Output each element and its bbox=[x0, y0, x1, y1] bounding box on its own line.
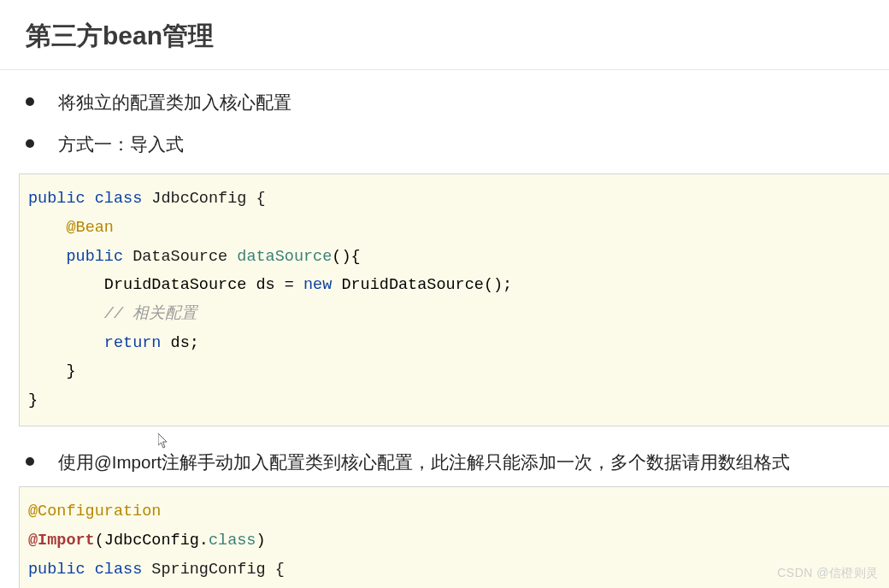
method-name: dataSource bbox=[237, 248, 332, 266]
annotation-bean: @Bean bbox=[66, 219, 114, 237]
bullet-text: 使用@Import注解手动加入配置类到核心配置，此注解只能添加一次，多个数据请用… bbox=[58, 450, 790, 475]
bullet-icon bbox=[26, 97, 34, 106]
code-block-1: public class JdbcConfig { @Bean public D… bbox=[19, 173, 889, 426]
list-item: 将独立的配置类加入核心配置 bbox=[26, 91, 889, 115]
code-text: (){ bbox=[332, 248, 360, 266]
bullet-text: 方式一：导入式 bbox=[58, 132, 184, 157]
annotation-configuration: @Configuration bbox=[28, 503, 161, 520]
type-name: DataSource bbox=[132, 248, 227, 266]
bullet-icon bbox=[26, 457, 34, 466]
list-item: 使用@Import注解手动加入配置类到核心配置，此注解只能添加一次，多个数据请用… bbox=[26, 450, 889, 475]
bullet-list: 将独立的配置类加入核心配置 方式一：导入式 bbox=[0, 70, 889, 156]
keyword-public: public bbox=[28, 190, 85, 208]
code-text: } bbox=[28, 362, 76, 380]
watermark: CSDN @信橙则灵 bbox=[777, 566, 879, 581]
bullet-list: 使用@Import注解手动加入配置类到核心配置，此注解只能添加一次，多个数据请用… bbox=[0, 440, 889, 475]
code-text: DruidDataSource ds = bbox=[104, 276, 303, 294]
bullet-text: 将独立的配置类加入核心配置 bbox=[58, 91, 291, 115]
class-name: JdbcConfig { bbox=[151, 190, 265, 208]
code-text: DruidDataSource(); bbox=[332, 276, 512, 294]
code-text: ) bbox=[256, 532, 265, 550]
annotation-import: @Import bbox=[28, 532, 95, 550]
bullet-icon bbox=[26, 139, 34, 148]
keyword-class: class bbox=[95, 190, 143, 208]
keyword-new: new bbox=[303, 276, 332, 294]
list-item: 方式一：导入式 bbox=[26, 132, 889, 157]
keyword-public: public bbox=[28, 561, 85, 579]
page-title: 第三方bean管理 bbox=[0, 0, 889, 70]
code-text: (JdbcConfig. bbox=[95, 532, 209, 550]
code-text: ds; bbox=[161, 334, 198, 352]
code-comment: // 相关配置 bbox=[104, 305, 197, 323]
class-ref: class bbox=[209, 532, 256, 550]
code-text: } bbox=[28, 391, 38, 409]
keyword-return: return bbox=[104, 334, 162, 352]
keyword-class: class bbox=[95, 561, 143, 579]
class-name: SpringConfig { bbox=[151, 561, 284, 579]
code-block-2: @Configuration @Import(JdbcConfig.class)… bbox=[19, 486, 889, 588]
document-container: 第三方bean管理 将独立的配置类加入核心配置 方式一：导入式 public c… bbox=[0, 0, 889, 588]
keyword-public: public bbox=[66, 248, 123, 266]
